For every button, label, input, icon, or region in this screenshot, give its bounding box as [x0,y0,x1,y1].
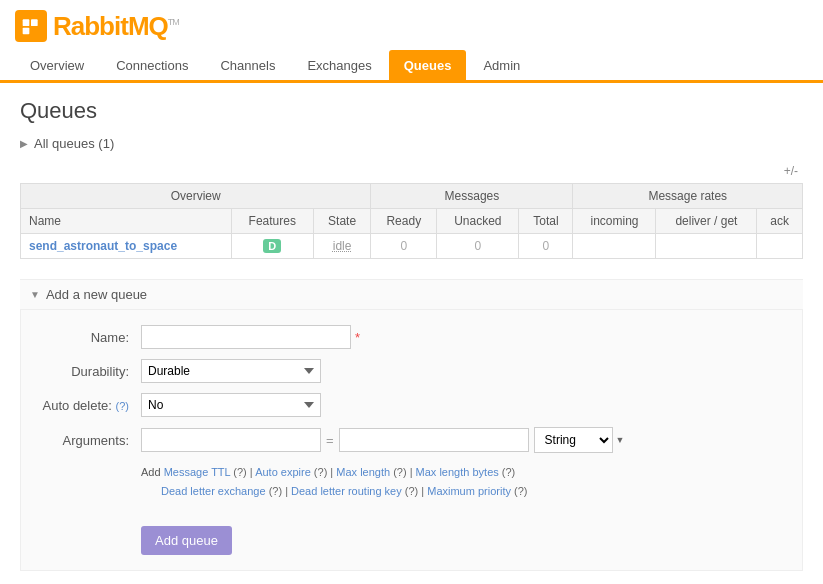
arguments-label: Arguments: [41,433,141,448]
nav-connections[interactable]: Connections [101,50,203,80]
arguments-row: Arguments: = String Number Boolean ▼ [41,427,782,453]
arg-link-dead-letter-routing-key[interactable]: Dead letter routing key [291,485,402,497]
queue-ready: 0 [371,234,437,259]
equals-sign: = [326,433,334,448]
col-header-features: Features [231,209,313,234]
col-group-overview: Overview [21,184,371,209]
auto-delete-select-wrapper: No Yes [141,393,321,417]
arguments-value-input[interactable] [339,428,529,452]
svg-rect-1 [31,19,38,26]
args-type-wrapper: String Number Boolean ▼ [534,427,625,453]
table-row: send_astronaut_to_space D idle 0 0 0 [21,234,803,259]
durability-select-wrapper: Durable Transient [141,359,321,383]
add-queue-form: Name: * Durability: Durable Transient Au… [20,310,803,571]
submit-area: Add queue [41,514,782,555]
add-label: Add [141,466,161,478]
nav-queues[interactable]: Queues [389,50,467,80]
all-queues-toggle[interactable]: ▶ All queues (1) [20,136,803,151]
all-queues-label: All queues (1) [34,136,114,151]
svg-rect-2 [23,28,30,35]
col-group-rates: Message rates [573,184,803,209]
nav-admin[interactable]: Admin [468,50,535,80]
col-header-state: State [313,209,370,234]
add-queue-section: ▼ Add a new queue Name: * Durability: Du… [20,279,803,571]
arg-link-auto-expire[interactable]: Auto expire [255,466,311,478]
arguments-key-input[interactable] [141,428,321,452]
arg-link-dead-letter-exchange[interactable]: Dead letter exchange [161,485,266,497]
name-row: Name: * [41,325,782,349]
queue-deliver-get [656,234,757,259]
col-header-deliver-get: deliver / get [656,209,757,234]
arguments-type-select[interactable]: String Number Boolean [534,427,613,453]
add-queue-arrow-icon: ▼ [30,289,40,300]
arg-link-message-ttl[interactable]: Message TTL [164,466,231,478]
col-group-messages: Messages [371,184,573,209]
args-type-arrow-icon: ▼ [616,435,625,445]
arg-link-max-length-bytes[interactable]: Max length bytes [416,466,499,478]
main-nav: Overview Connections Channels Exchanges … [15,50,808,80]
col-header-unacked: Unacked [437,209,519,234]
add-queue-toggle[interactable]: ▼ Add a new queue [20,279,803,310]
page-title: Queues [20,98,803,124]
name-input[interactable] [141,325,351,349]
toggle-arrow-icon: ▶ [20,138,28,149]
auto-delete-label: Auto delete: (?) [41,398,141,413]
auto-delete-row: Auto delete: (?) No Yes [41,393,782,417]
queue-name[interactable]: send_astronaut_to_space [21,234,232,259]
svg-rect-0 [23,19,30,26]
auto-delete-select[interactable]: No Yes [141,393,321,417]
logo-icon [15,10,47,42]
arg-link-maximum-priority[interactable]: Maximum priority [427,485,511,497]
nav-channels[interactable]: Channels [205,50,290,80]
nav-overview[interactable]: Overview [15,50,99,80]
add-queue-toggle-label: Add a new queue [46,287,147,302]
col-header-ready: Ready [371,209,437,234]
arguments-inputs: = String Number Boolean ▼ [141,427,625,453]
required-indicator: * [355,330,360,345]
plus-minus-button[interactable]: +/- [779,159,803,183]
col-header-total: Total [519,209,573,234]
durability-badge: D [263,239,281,253]
queue-features: D [231,234,313,259]
durability-select[interactable]: Durable Transient [141,359,321,383]
col-header-name: Name [21,209,232,234]
name-label: Name: [41,330,141,345]
arg-links: Add Message TTL (?) | Auto expire (?) | … [141,463,782,500]
col-header-incoming: incoming [573,209,656,234]
queue-unacked: 0 [437,234,519,259]
queues-table: Overview Messages Message rates Name Fea… [20,183,803,259]
queue-state: idle [313,234,370,259]
queue-total: 0 [519,234,573,259]
col-header-ack: ack [757,209,803,234]
queue-ack [757,234,803,259]
add-queue-button[interactable]: Add queue [141,526,232,555]
queue-incoming [573,234,656,259]
durability-row: Durability: Durable Transient [41,359,782,383]
auto-delete-help[interactable]: (?) [116,400,129,412]
svg-rect-3 [33,29,36,32]
logo-text: RabbitMQTM [53,11,179,42]
nav-exchanges[interactable]: Exchanges [292,50,386,80]
arg-link-max-length[interactable]: Max length [336,466,390,478]
durability-label: Durability: [41,364,141,379]
